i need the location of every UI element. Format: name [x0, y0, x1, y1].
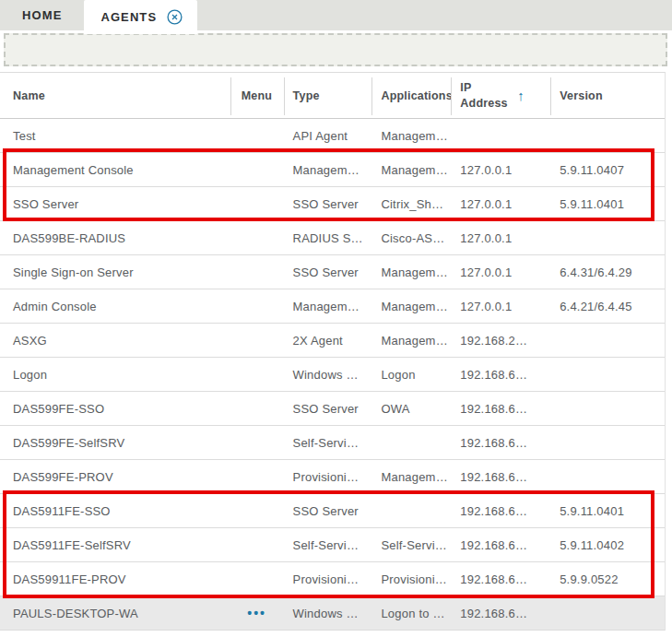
- cell-version: [550, 358, 665, 391]
- cell-type: Managem…: [284, 289, 372, 323]
- cell-type: Managem…: [284, 153, 372, 186]
- cell-type: Windows …: [284, 596, 372, 630]
- cell-version: 5.9.11.0401: [550, 187, 665, 220]
- cell-applications: Cisco-AS…: [371, 221, 451, 254]
- cell-type: SSO Server: [284, 255, 372, 289]
- cell-ip: 127.0.0.1: [451, 153, 550, 186]
- cell-applications: Logon: [371, 358, 451, 391]
- cell-version: [550, 460, 665, 493]
- cell-version: 5.9.11.0407: [550, 153, 665, 186]
- cell-name: DAS599FE-PROV: [0, 460, 230, 493]
- table-row[interactable]: DAS599FE-PROVProvisioni…Managem…192.168.…: [0, 460, 665, 494]
- cell-menu: [230, 392, 284, 425]
- tab-home[interactable]: HOME: [0, 0, 84, 30]
- cell-version: 5.9.9.0522: [550, 562, 665, 596]
- cell-version: [550, 392, 665, 425]
- cell-ip: 192.168.6…: [451, 426, 550, 459]
- cell-name: Test: [0, 119, 230, 152]
- cell-ip: 192.168.6…: [451, 392, 550, 425]
- cell-type: SSO Server: [284, 392, 372, 425]
- cell-name: Logon: [0, 358, 230, 391]
- table-row[interactable]: LogonWindows …Logon192.168.6…: [0, 358, 665, 392]
- cell-menu: [230, 187, 284, 220]
- column-header-applications[interactable]: Applications: [371, 73, 451, 118]
- cell-menu: [230, 289, 284, 323]
- cell-type: Provisioni…: [284, 562, 372, 596]
- cell-menu: [230, 528, 284, 561]
- cell-name: DAS599BE-RADIUS: [0, 221, 230, 254]
- cell-applications: Managem…: [371, 255, 451, 289]
- table-row[interactable]: DAS599FE-SelfSRVSelf-Servi…192.168.6…: [0, 426, 665, 460]
- cell-applications: [371, 426, 451, 459]
- close-tab-icon[interactable]: [167, 9, 183, 25]
- table-row[interactable]: SSO ServerSSO ServerCitrix_Sh…127.0.0.15…: [0, 187, 665, 221]
- cell-applications: Managem…: [371, 119, 451, 152]
- cell-menu: [230, 562, 284, 596]
- cell-menu: [230, 255, 284, 289]
- table-body: TestAPI AgentManagem…Management ConsoleM…: [0, 119, 665, 631]
- cell-name: DAS5911FE-SelfSRV: [0, 528, 230, 561]
- cell-menu: [230, 494, 284, 527]
- row-menu-button[interactable]: •••: [230, 596, 284, 630]
- cell-ip: 192.168.6…: [451, 358, 550, 391]
- tab-home-label: HOME: [22, 8, 62, 22]
- cell-type: SSO Server: [284, 187, 372, 220]
- cell-ip: 127.0.0.1: [451, 255, 550, 289]
- cell-name: Management Console: [0, 153, 230, 186]
- cell-menu: [230, 221, 284, 254]
- table-row[interactable]: Single Sign-on ServerSSO ServerManagem…1…: [0, 255, 665, 289]
- table-row[interactable]: DAS599FE-SSOSSO ServerOWA192.168.6…: [0, 392, 665, 426]
- agents-table: Name Menu Type Applications IP Address ↑…: [0, 72, 666, 631]
- cell-type: Self-Servi…: [284, 426, 372, 459]
- cell-type: 2X Agent: [284, 324, 372, 357]
- cell-version: [550, 119, 665, 152]
- cell-version: [550, 596, 665, 630]
- cell-type: Self-Servi…: [284, 528, 372, 561]
- table-row[interactable]: DAS5911FE-SSOSSO Server192.168.6…5.9.11.…: [0, 494, 665, 528]
- table-row[interactable]: DAS5911FE-SelfSRVSelf-Servi…Self-Servi…1…: [0, 528, 665, 562]
- cell-ip: 192.168.6…: [451, 528, 550, 561]
- cell-applications: Provisioni…: [371, 562, 451, 596]
- column-header-type[interactable]: Type: [284, 73, 372, 118]
- column-header-name[interactable]: Name: [0, 73, 230, 118]
- table-header: Name Menu Type Applications IP Address ↑…: [0, 73, 665, 119]
- table-row[interactable]: PAULS-DESKTOP-WA•••Windows …Logon to …19…: [0, 596, 665, 631]
- cell-applications: [371, 494, 451, 527]
- sort-ascending-icon[interactable]: ↑: [517, 88, 525, 103]
- table-row[interactable]: TestAPI AgentManagem…: [0, 119, 665, 153]
- table-row[interactable]: Management ConsoleManagem…Managem…127.0.…: [0, 153, 665, 187]
- cell-applications: OWA: [371, 392, 451, 425]
- column-header-menu[interactable]: Menu: [230, 73, 284, 118]
- cell-applications: Managem…: [371, 289, 451, 323]
- cell-applications: Managem…: [371, 460, 451, 493]
- cell-menu: [230, 460, 284, 493]
- column-header-version[interactable]: Version: [550, 73, 665, 118]
- cell-menu: [230, 119, 284, 152]
- cell-menu: [230, 153, 284, 186]
- cell-menu: [230, 324, 284, 357]
- table-row[interactable]: DAS59911FE-PROVProvisioni…Provisioni…192…: [0, 562, 665, 596]
- tab-agents-label: AGENTS: [100, 10, 157, 24]
- cell-applications: Logon to …: [371, 596, 451, 630]
- cell-version: [550, 221, 665, 254]
- cell-applications: Self-Servi…: [371, 528, 451, 561]
- cell-name: Single Sign-on Server: [0, 255, 230, 289]
- tab-agents[interactable]: AGENTS: [84, 0, 197, 34]
- cell-type: API Agent: [284, 119, 372, 152]
- cell-menu: [230, 358, 284, 391]
- cell-name: SSO Server: [0, 187, 230, 220]
- cell-name: DAS599FE-SSO: [0, 392, 230, 425]
- cell-applications: Managem…: [371, 153, 451, 186]
- table-row[interactable]: ASXG2X AgentManagem…192.168.2…: [0, 324, 665, 358]
- table-row[interactable]: DAS599BE-RADIUSRADIUS S…Cisco-AS…127.0.0…: [0, 221, 665, 255]
- group-by-dropzone[interactable]: [4, 33, 667, 66]
- agents-screen: HOME AGENTS Name Menu Type: [0, 0, 672, 637]
- cell-version: 6.4.21/6.4.45: [550, 289, 665, 323]
- cell-ip: 192.168.6…: [451, 494, 550, 527]
- cell-ip: 127.0.0.1: [451, 221, 550, 254]
- cell-ip: 127.0.0.1: [451, 187, 550, 220]
- table-row[interactable]: Admin ConsoleManagem…Managem…127.0.0.16.…: [0, 289, 665, 324]
- cell-ip: 192.168.2…: [451, 324, 550, 357]
- cell-ip: 192.168.6…: [451, 460, 550, 493]
- column-header-ip-address[interactable]: IP Address ↑: [451, 73, 550, 118]
